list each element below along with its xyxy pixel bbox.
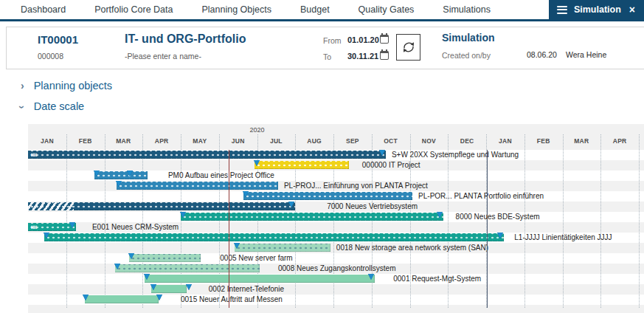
nav-item-portfolio-core-data[interactable]: Portfolio Core Data xyxy=(94,4,173,15)
gantt-bar[interactable] xyxy=(129,254,201,262)
top-nav: DashboardPortfolio Core DataPlanning Obj… xyxy=(0,0,644,21)
month-gridline xyxy=(563,134,564,308)
calendar-icon[interactable] xyxy=(380,51,389,60)
nav-item-budget[interactable]: Budget xyxy=(300,4,330,15)
month-gridline xyxy=(600,134,601,308)
to-date-field[interactable]: 30.11.21 xyxy=(347,52,378,61)
gantt-row xyxy=(28,305,644,313)
milestone-icon[interactable] xyxy=(379,150,385,156)
milestone-icon[interactable] xyxy=(186,284,192,290)
gantt-bar-label: 0002 Internet-Telefonie xyxy=(209,285,284,294)
gantt-bar[interactable] xyxy=(44,233,504,241)
menu-icon[interactable] xyxy=(557,6,567,14)
section-date-scale[interactable]: › Date scale xyxy=(21,100,84,112)
tab-simulation[interactable]: Simulation × xyxy=(549,0,644,21)
month-label: APR xyxy=(142,137,181,146)
section-label: Date scale xyxy=(34,100,85,112)
gantt-bar-label: 000000 IT Project xyxy=(362,161,420,170)
gantt-bar[interactable] xyxy=(115,264,260,272)
gantt-bar[interactable] xyxy=(181,213,443,221)
milestone-icon[interactable] xyxy=(437,212,443,218)
nav-item-quality-gates[interactable]: Quality Gates xyxy=(359,4,415,15)
month-label: SEP xyxy=(333,137,372,146)
milestone-icon[interactable] xyxy=(144,274,150,280)
gantt-bar[interactable] xyxy=(243,192,412,200)
milestone-icon[interactable] xyxy=(368,274,374,280)
milestone-icon[interactable] xyxy=(69,222,75,228)
close-icon[interactable]: × xyxy=(629,4,635,15)
portfolio-name: IT- und ORG-Portfolio xyxy=(125,32,246,46)
nav-item-dashboard[interactable]: Dashboard xyxy=(21,4,66,15)
gantt-bar-label: 7000 Neues Vertriebsystem xyxy=(327,202,418,211)
gantt-bar[interactable] xyxy=(28,202,295,210)
gantt-bar-label: 0015 Neuer Auftritt auf Messen xyxy=(181,295,283,304)
continues-left-icon: «« xyxy=(30,223,36,231)
portfolio-header-card: IT00001 000008 IT- und ORG-Portfolio -Pl… xyxy=(6,27,644,69)
gantt-chart: 2020JANFEBMARAPRMAYJUNJULAUGSEPOCTNOVDEC… xyxy=(28,124,644,313)
milestone-icon[interactable] xyxy=(83,295,89,300)
month-label: DEC xyxy=(448,137,486,146)
milestone-icon[interactable] xyxy=(150,284,156,290)
month-label: FEB xyxy=(66,137,105,146)
gantt-bar[interactable] xyxy=(235,244,330,252)
section-planning-objects[interactable]: › Planning objects xyxy=(21,80,112,92)
milestone-icon[interactable] xyxy=(497,233,503,238)
milestone-icon[interactable] xyxy=(114,264,120,269)
month-label: MAY xyxy=(181,137,219,146)
gantt-bar-label: PL-PROJ... Einführung von PLANTA Project xyxy=(284,182,428,190)
milestone-icon[interactable] xyxy=(128,253,134,259)
month-label: JUN xyxy=(219,137,257,146)
milestone-icon[interactable] xyxy=(44,233,49,238)
milestone-icon[interactable] xyxy=(94,171,100,176)
month-label: OCT xyxy=(372,137,410,146)
month-label: JAN xyxy=(486,137,524,146)
chevron-right-icon: › xyxy=(21,80,24,91)
month-label: FEB xyxy=(524,137,563,146)
month-gridline xyxy=(105,134,105,308)
milestone-icon[interactable] xyxy=(234,243,240,249)
gantt-bar-label: PL-POR... PLANTA Portfolio einführen xyxy=(418,192,544,201)
nav-item-planning-objects[interactable]: Planning Objects xyxy=(201,4,271,15)
month-gridline xyxy=(66,134,67,308)
chevron-down-icon: › xyxy=(17,106,27,109)
gantt-bar-label: 8000 Neues BDE-System xyxy=(456,213,540,221)
gantt-bar[interactable] xyxy=(94,171,148,179)
refresh-icon xyxy=(401,39,417,55)
gantt-bar[interactable] xyxy=(145,275,375,283)
gantt-bar-label: L1-JJJJ Linientätigkeiten JJJJ xyxy=(514,233,612,242)
portfolio-id: IT00001 xyxy=(38,33,78,46)
gantt-bar[interactable] xyxy=(151,285,187,293)
created-date: 08.06.20 xyxy=(527,50,557,59)
milestone-icon[interactable] xyxy=(116,181,122,187)
created-by: Wera Heine xyxy=(566,50,606,59)
milestone-icon[interactable] xyxy=(254,160,260,166)
gantt-bar-label: PM0 Aufbau eines Project Office xyxy=(168,171,274,180)
gantt-bar[interactable] xyxy=(85,295,159,303)
milestone-icon[interactable] xyxy=(156,295,162,300)
refresh-button[interactable] xyxy=(396,34,420,61)
created-on-by-label: Created on/by xyxy=(442,51,491,60)
gantt-bar-label: 0018 New storage area network system (SA… xyxy=(336,244,488,252)
gantt-bar[interactable] xyxy=(117,182,278,190)
bar-hatch-segment xyxy=(28,202,74,210)
month-label: MAR xyxy=(563,137,601,146)
today-line xyxy=(229,150,229,308)
milestone-icon[interactable] xyxy=(243,191,249,197)
portfolio-name-placeholder[interactable]: -Please enter a name- xyxy=(125,52,201,61)
from-date-field[interactable]: 01.01.20 xyxy=(347,35,379,44)
milestone-icon[interactable] xyxy=(288,202,294,207)
month-label: MAR xyxy=(105,137,143,146)
gantt-row xyxy=(28,284,644,295)
active-tab-label: Simulation xyxy=(574,4,621,15)
to-label: To xyxy=(323,52,331,61)
calendar-icon[interactable] xyxy=(380,35,389,44)
month-gridline xyxy=(639,134,640,308)
milestone-icon[interactable] xyxy=(180,212,186,218)
portfolio-sub-id: 000008 xyxy=(38,52,63,61)
gantt-bar[interactable] xyxy=(255,161,349,169)
month-label: JAN xyxy=(28,137,66,146)
gantt-bar-label: 0008 Neues Zugangskontrollsystem xyxy=(278,264,396,273)
nav-item-simulations[interactable]: Simulations xyxy=(443,4,491,15)
gantt-bar[interactable]: «« xyxy=(28,151,386,159)
milestone-icon[interactable] xyxy=(127,171,133,176)
